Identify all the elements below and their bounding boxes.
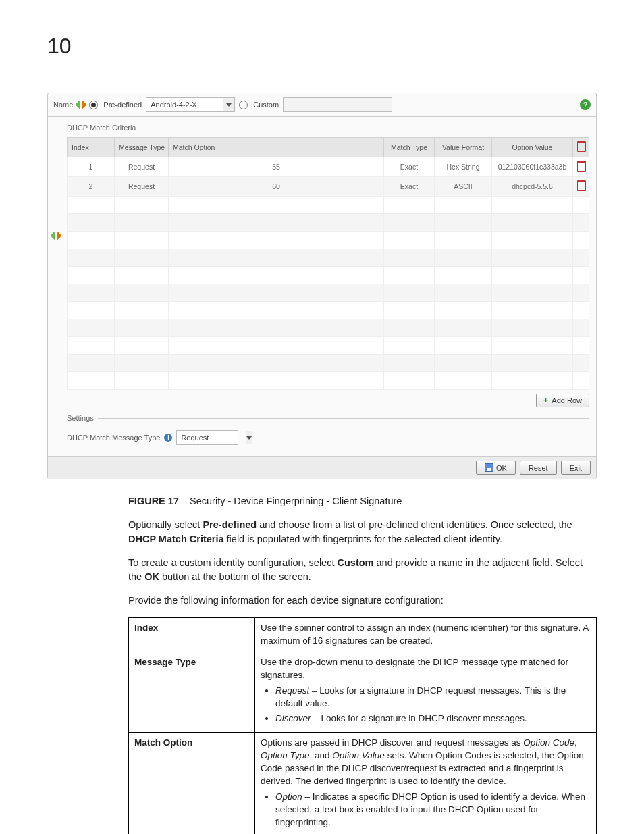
row-delete[interactable]	[573, 177, 589, 197]
figure-text: Security - Device Fingerprining - Client…	[190, 496, 402, 506]
th-delete[interactable]	[573, 138, 589, 157]
dropdown-button[interactable]	[223, 98, 234, 111]
custom-radio[interactable]	[239, 101, 248, 109]
table-row[interactable]: 2 Request 60 Exact ASCII dhcpcd-5.5.6	[68, 177, 589, 197]
info-icon[interactable]: i	[164, 434, 172, 442]
predefined-radio[interactable]	[89, 101, 98, 109]
desc-value: Use the drop-down menu to designate the …	[255, 652, 597, 732]
page-number: 10	[47, 34, 597, 59]
cell-option-value: dhcpcd-5.5.6	[492, 177, 573, 197]
settings-legend: Settings	[67, 414, 98, 422]
reset-button[interactable]: Reset	[520, 461, 557, 475]
desc-key: Match Option	[129, 733, 255, 834]
desc-row-match-option: Match Option Options are passed in DHCP …	[129, 733, 597, 834]
cell-message-type: Request	[115, 177, 169, 197]
paragraph: Provide the following information for ea…	[128, 594, 597, 608]
predefined-value: Android-4-2-X	[146, 101, 223, 109]
cell-message-type: Request	[115, 157, 169, 177]
list-item: Option Codes – Indicates the Option Code…	[275, 832, 591, 834]
settings-fieldset: Settings DHCP Match Message Type i Reque…	[67, 414, 589, 445]
desc-row-index: Index Use the spinner control to assign …	[129, 618, 597, 652]
ok-label: OK	[496, 464, 507, 472]
cell-match-option: 55	[169, 157, 384, 177]
desc-value: Use the spinner control to assign an ind…	[255, 618, 597, 652]
th-value-format[interactable]: Value Format	[435, 138, 492, 157]
th-option-value[interactable]: Option Value	[492, 138, 573, 157]
chevron-down-icon	[226, 103, 232, 107]
row-delete[interactable]	[573, 157, 589, 177]
custom-input[interactable]	[283, 97, 392, 112]
cell-value-format: Hex String	[435, 157, 492, 177]
predefined-label: Pre-defined	[103, 101, 142, 109]
disk-icon	[485, 463, 493, 472]
cell-match-type: Exact	[384, 157, 435, 177]
table-header-row: Index Message Type Match Option Match Ty…	[68, 138, 589, 157]
list-item: Discover – Looks for a signature in DHCP…	[275, 712, 591, 725]
add-row-button[interactable]: + Add Row	[536, 394, 589, 407]
description-table: Index Use the spinner control to assign …	[128, 617, 597, 834]
settings-field-label: DHCP Match Message Type	[67, 434, 160, 442]
figure-id: FIGURE 17	[128, 496, 179, 506]
desc-row-message-type: Message Type Use the drop-down menu to d…	[129, 652, 597, 732]
cell-value-format: ASCII	[435, 177, 492, 197]
figure-caption: FIGURE 17 Security - Device Fingerprinin…	[128, 494, 597, 509]
trash-icon	[577, 141, 586, 152]
plus-icon: +	[543, 397, 549, 404]
list-item: Request – Looks for a signature in DHCP …	[275, 685, 591, 710]
cell-index: 1	[68, 157, 115, 177]
cell-match-option: 60	[169, 177, 384, 197]
help-icon[interactable]: ?	[580, 99, 591, 110]
message-type-value: Request	[177, 434, 246, 442]
predefined-select[interactable]: Android-4-2-X	[146, 97, 235, 112]
panel-footer: OK Reset Exit	[48, 456, 596, 479]
list-item: Option – Indicates a specific DHCP Optio…	[275, 791, 591, 829]
message-type-select[interactable]: Request	[176, 430, 238, 445]
chevron-down-icon	[246, 436, 252, 440]
cell-option-value: 012103060f1c333a3b	[492, 157, 573, 177]
document-body: FIGURE 17 Security - Device Fingerprinin…	[128, 494, 597, 834]
cell-match-type: Exact	[384, 177, 435, 197]
name-label: Name	[53, 101, 73, 109]
match-criteria-fieldset: DHCP Match Criteria Index Message Type M…	[67, 124, 589, 407]
th-index[interactable]: Index	[68, 138, 115, 157]
add-row-label: Add Row	[552, 396, 582, 405]
dropdown-button[interactable]	[246, 431, 252, 444]
match-criteria-legend: DHCP Match Criteria	[67, 124, 140, 132]
custom-label: Custom	[253, 101, 279, 109]
table-row[interactable]: 1 Request 55 Exact Hex String 012103060f…	[68, 157, 589, 177]
trash-icon	[577, 180, 586, 191]
pencil-icon	[76, 99, 87, 111]
th-message-type[interactable]: Message Type	[115, 138, 169, 157]
config-panel: Name Pre-defined Android-4-2-X Custom ? …	[47, 93, 597, 479]
desc-key: Index	[129, 618, 255, 652]
exit-button[interactable]: Exit	[561, 461, 591, 475]
criteria-table: Index Message Type Match Option Match Ty…	[67, 137, 589, 390]
desc-key: Message Type	[129, 652, 255, 732]
desc-value: Options are passed in DHCP discover and …	[255, 733, 597, 834]
panel-topbar: Name Pre-defined Android-4-2-X Custom ?	[48, 93, 596, 117]
paragraph: To create a custom identity configuratio…	[128, 556, 597, 584]
ok-button[interactable]: OK	[476, 461, 516, 475]
th-match-option[interactable]: Match Option	[169, 138, 384, 157]
cell-index: 2	[68, 177, 115, 197]
edit-handle-icon[interactable]	[52, 232, 60, 241]
th-match-type[interactable]: Match Type	[384, 138, 435, 157]
paragraph: Optionally select Pre-defined and choose…	[128, 518, 597, 546]
trash-icon	[577, 161, 586, 172]
